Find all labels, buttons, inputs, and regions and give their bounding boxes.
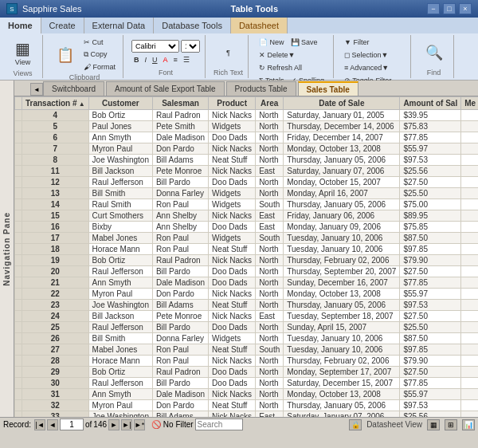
row-arrow[interactable] [15, 155, 22, 166]
minimize-button[interactable]: − [427, 3, 440, 14]
tab-create[interactable]: Create [41, 18, 84, 33]
row-arrow[interactable] [15, 300, 22, 311]
search-input[interactable] [195, 419, 243, 430]
advanced-button[interactable]: ≡ Advanced▼ [342, 62, 391, 73]
maximize-button[interactable]: □ [443, 3, 456, 14]
underline-button[interactable]: U [150, 54, 160, 65]
row-arrow[interactable] [15, 132, 22, 143]
col-area[interactable]: Area [256, 97, 284, 110]
selection-button[interactable]: ◻ Selection▼ [342, 49, 390, 61]
tab-switchboard[interactable]: Switchboard [43, 81, 104, 96]
row-arrow[interactable] [15, 322, 22, 333]
table-row[interactable]: 20Raul JeffersonBill PardoDoo DadsNorthT… [15, 266, 479, 277]
tab-database-tools[interactable]: Database Tools [154, 18, 231, 33]
font-size-select[interactable]: 11 [181, 40, 200, 53]
find-button[interactable]: 🔍 [420, 41, 449, 64]
cut-button[interactable]: ✂ Cut [81, 37, 118, 48]
table-row[interactable]: 26Bill SmithDonna FarleyWidgetsNorthTues… [15, 333, 479, 344]
row-arrow[interactable] [15, 333, 22, 344]
row-arrow[interactable] [15, 289, 22, 300]
col-customer[interactable]: Customer [88, 97, 152, 110]
save-button[interactable]: 💾 Save [288, 37, 320, 48]
table-row[interactable]: 23Joe WashingtonBill AdamsNeat StuffNort… [15, 300, 479, 311]
current-record-input[interactable] [60, 419, 84, 430]
table-row[interactable]: 15Curt SmothersAnn ShelbyNick NacksEastF… [15, 210, 479, 222]
table-row[interactable]: 8Joe WashingtonBill AdamsNeat StuffNorth… [15, 155, 479, 166]
table-row[interactable]: 25Raul JeffersonBill PardoDoo DadsNorthS… [15, 322, 479, 333]
row-arrow[interactable] [15, 255, 22, 266]
table-row[interactable]: 19Bob OrtizRaul PadronNick NacksNorthThu… [15, 255, 479, 266]
row-arrow[interactable] [15, 233, 22, 244]
table-row[interactable]: 22Myron PaulDon PardoNick NacksNorthMond… [15, 289, 479, 300]
align-center-button[interactable]: ☰ [181, 54, 192, 65]
font-color-button[interactable]: A [161, 54, 170, 65]
row-arrow[interactable] [15, 400, 22, 411]
row-arrow[interactable] [15, 356, 22, 367]
table-row[interactable]: 11Bill JacksonPete MonroeNick NacksEastS… [15, 166, 479, 177]
col-amount[interactable]: Amount of Sal [400, 97, 461, 110]
last-record-button[interactable]: ►| [121, 419, 132, 430]
align-left-button[interactable]: ≡ [171, 54, 180, 65]
next-record-button[interactable]: ► [108, 419, 120, 430]
table-row[interactable]: 5Paul JonesPete SmithWidgetsNorthThursda… [15, 121, 479, 132]
col-memo[interactable]: Me [461, 97, 478, 110]
delete-button[interactable]: ✕ Delete▼ [257, 49, 297, 61]
prev-record-button[interactable]: ◄ [47, 419, 58, 430]
table-row[interactable]: 13Bill SmithDonna FarleyWidgetsNorthMond… [15, 188, 479, 199]
table-row[interactable]: 17Mabel JonesRon PaulWidgetsSouthTuesday… [15, 233, 479, 244]
tab-datasheet[interactable]: Datasheet [231, 18, 288, 33]
row-arrow[interactable] [15, 389, 22, 400]
table-row[interactable]: 29Bob OrtizRaul PadronDoo DadsNorthMonda… [15, 367, 479, 378]
copy-button[interactable]: ⧉ Copy [81, 49, 118, 61]
col-product[interactable]: Product [209, 97, 256, 110]
table-row[interactable]: 24Bill JacksonPete MonroeNick NacksEastT… [15, 311, 479, 322]
row-arrow[interactable] [15, 344, 22, 356]
pivot-icon[interactable]: ⊞ [445, 419, 457, 430]
refresh-all-button[interactable]: ↻ Refresh All [257, 62, 304, 73]
table-row[interactable]: 4Bob OrtizRaul PadronNick NacksNorthSatu… [15, 110, 479, 121]
first-record-button[interactable]: |◄ [34, 419, 45, 430]
row-arrow[interactable] [15, 222, 22, 233]
font-family-select[interactable]: Calibri [131, 40, 179, 53]
row-arrow[interactable] [15, 143, 22, 155]
row-arrow[interactable] [15, 110, 22, 121]
row-arrow[interactable] [15, 177, 22, 188]
table-container[interactable]: Transaction # Customer Salesman Product … [14, 96, 478, 417]
row-selector-header[interactable] [15, 97, 22, 110]
table-row[interactable]: 30Raul JeffersonBill PardoDoo DadsNorthS… [15, 378, 479, 389]
new-record-nav-button[interactable]: ►* [134, 419, 145, 430]
richtext-button[interactable]: ¶ [224, 47, 233, 58]
italic-button[interactable]: I [143, 54, 150, 65]
tab-amount-export[interactable]: Amount of Sale Export Table [106, 81, 225, 96]
table-row[interactable]: 31Ann SmythDale MadisonNick NacksNorthMo… [15, 389, 479, 400]
table-row[interactable]: 16BixbyAnn ShelbyDoo DadsEastMonday, Jan… [15, 222, 479, 233]
col-date[interactable]: Date of Sale [284, 97, 400, 110]
chart-icon[interactable]: 📊 [462, 419, 475, 430]
table-row[interactable]: 27Mabel JonesRon PaulNeat StuffSouthTues… [15, 344, 479, 356]
tab-external-data[interactable]: External Data [84, 18, 155, 33]
tab-products[interactable]: Products Table [226, 81, 296, 96]
new-record-button[interactable]: 📄 New [257, 37, 287, 48]
table-row[interactable]: 21Ann SmythDale MadisonDoo DadsNorthSund… [15, 277, 479, 289]
table-row[interactable]: 33Joe WashingtonBill AdamsNick NacksEast… [15, 411, 479, 418]
table-row[interactable]: 7Myron PaulDon PardoNick NacksNorthMonda… [15, 143, 479, 155]
row-arrow[interactable] [15, 411, 22, 418]
view-button[interactable]: ▦View [10, 37, 36, 69]
close-button[interactable]: × [459, 3, 472, 14]
row-arrow[interactable] [15, 210, 22, 222]
row-arrow[interactable] [15, 277, 22, 289]
table-row[interactable]: 32Myron PaulDon PardoNeat StuffNorthThur… [15, 400, 479, 411]
row-arrow[interactable] [15, 244, 22, 255]
tab-scroll-left[interactable]: ◄ [30, 83, 43, 96]
col-transaction[interactable]: Transaction # [22, 97, 89, 110]
paste-button[interactable]: 📋 [51, 44, 80, 66]
tab-sales[interactable]: Sales Table [298, 81, 358, 96]
row-arrow[interactable] [15, 378, 22, 389]
table-row[interactable]: 6Ann SmythDale MadisonDoo DadsNorthFrida… [15, 132, 479, 143]
col-salesman[interactable]: Salesman [152, 97, 208, 110]
format-painter-button[interactable]: 🖌 Format [81, 61, 118, 73]
row-arrow[interactable] [15, 121, 22, 132]
filter-button[interactable]: ▼ Filter [342, 37, 371, 48]
table-row[interactable]: 18Horace MannRon PaulNeat StuffNorthTues… [15, 244, 479, 255]
bold-button[interactable]: B [131, 54, 142, 65]
